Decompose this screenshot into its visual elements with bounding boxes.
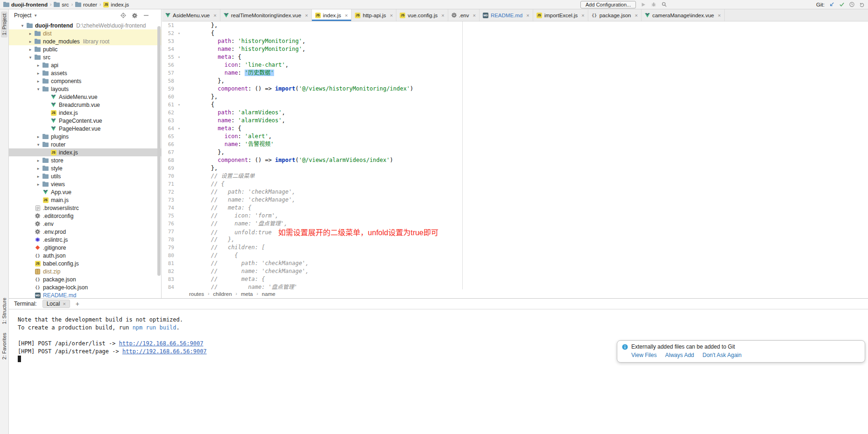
new-terminal-icon[interactable]: + [76,300,79,308]
tree-item-asidemenu.vue[interactable]: AsideMenu.vue [9,93,161,101]
chevron-collapsed-icon[interactable]: ▸ [35,166,42,171]
code-line-79[interactable]: 79 // children: [ [162,244,868,252]
tab-index.js[interactable]: JSindex.js× [312,9,352,21]
close-icon[interactable]: × [345,13,348,18]
code-line-76[interactable]: 76 // name: '盘点管理', [162,220,868,228]
code-line-82[interactable]: 82 // name: 'checkManage', [162,267,868,275]
tree-item-style[interactable]: ▸style [9,164,161,172]
locate-file-icon[interactable] [120,13,126,18]
code-line-54[interactable]: 54 name: 'historyMonitoring', [162,45,868,53]
hide-panel-icon[interactable] [143,13,149,18]
tree-item-dist[interactable]: ▸dist [9,29,161,37]
chevron-expanded-icon[interactable]: ▾ [35,142,42,147]
code-line-70[interactable]: 70 // 设置二级菜单 [162,172,868,180]
tab-asidemenu.vue[interactable]: AsideMenu.vue× [162,9,220,21]
code-line-74[interactable]: 74 // meta: { [162,204,868,212]
chevron-collapsed-icon[interactable]: ▸ [35,158,42,163]
code-line-59[interactable]: 59 component: () => import('@/views/hist… [162,85,868,93]
tree-item-.gitignore[interactable]: .gitignore [9,244,161,252]
code-line-83[interactable]: 83 // meta: { [162,275,868,283]
tree-item-store[interactable]: ▸store [9,156,161,164]
close-icon[interactable]: × [718,13,720,18]
code-line-61[interactable]: 61▾ { [162,101,868,109]
chevron-expanded-icon[interactable]: ▾ [19,23,26,28]
close-icon[interactable]: × [581,13,584,18]
git-update-icon[interactable] [829,2,834,7]
panel-title[interactable]: Project [14,12,31,19]
code-line-80[interactable]: 80 // { [162,252,868,259]
tab-importexcel.js[interactable]: JSimportExcel.js× [533,9,588,21]
close-icon[interactable]: × [526,13,529,18]
tree-item-.editorconfig[interactable]: .editorconfig [9,212,161,220]
code-line-75[interactable]: 75 // icon: 'form', [162,212,868,220]
history-icon[interactable] [849,2,854,7]
tree-item-index.js[interactable]: JSindex.js [9,148,161,156]
chevron-collapsed-icon[interactable]: ▸ [35,71,42,76]
tree-item-components[interactable]: ▸components [9,77,161,85]
close-icon[interactable]: × [441,13,444,18]
fold-icon[interactable]: ▾ [174,101,184,109]
tab-.env[interactable]: .env× [448,9,480,21]
tree-item-duoji-frontend[interactable]: ▾duoji-frontendD:\zheheWeb\duoji-fronten… [9,21,161,29]
tree-item-package.json[interactable]: {}package.json [9,275,161,283]
code-line-53[interactable]: 53 path: 'historyMonitoring', [162,37,868,45]
chevron-down-icon[interactable]: ▼ [34,14,37,18]
chevron-expanded-icon[interactable]: ▾ [35,87,42,91]
close-icon[interactable]: × [63,301,65,307]
close-icon[interactable]: × [213,13,216,18]
breadcrumb-src[interactable]: src [54,2,69,7]
code-line-52[interactable]: 52▾ { [162,29,868,37]
close-icon[interactable]: × [473,13,475,18]
code-line-81[interactable]: 81 // path: 'checkManage', [162,259,868,267]
terminal-tab-local[interactable]: Local × [42,300,70,308]
code-line-84[interactable]: 84 // name: '盘点管理' [162,283,868,289]
add-configuration-button[interactable]: Add Configuration... [580,1,636,8]
fold-icon[interactable]: ▾ [174,29,184,37]
tool-button-structure[interactable]: 1: Structure [1,295,7,327]
git-commit-icon[interactable] [839,2,845,7]
tab-readme.md[interactable]: MDREADME.md× [480,9,533,21]
tree-item-api[interactable]: ▸api [9,61,161,69]
code-line-58[interactable]: 58 }, [162,77,868,85]
code-line-65[interactable]: 65 icon: 'alert', [162,133,868,140]
tree-item-views[interactable]: ▸views [9,180,161,188]
code-line-78[interactable]: 78 // }, [162,236,868,244]
tree-item-plugins[interactable]: ▸plugins [9,133,161,140]
tree-item-.env.prod[interactable]: .env.prod [9,228,161,236]
tree-item-package-lock.json[interactable]: {}package-lock.json [9,283,161,291]
tab-cameramanage-index.vue[interactable]: cameraManage\index.vue× [642,9,725,21]
view-files-link[interactable]: View Files [631,352,656,358]
tree-scrollbar[interactable] [157,26,161,276]
tree-item-.browserslistrc[interactable]: .browserslistrc [9,204,161,212]
tab-package.json[interactable]: {}package.json× [588,9,642,21]
code-line-57[interactable]: 57 name: '历史数据' [162,69,868,77]
tree-item-node_modules[interactable]: ▸node_moduleslibrary root [9,37,161,45]
tree-item-layouts[interactable]: ▾layouts [9,85,161,93]
code-line-71[interactable]: 71 // { [162,180,868,188]
code-line-69[interactable]: 69 }, [162,164,868,172]
code-line-66[interactable]: 66 name: '告警视频' [162,140,868,148]
tree-item-src[interactable]: ▾src [9,53,161,61]
chevron-collapsed-icon[interactable]: ▸ [27,39,34,44]
rollback-icon[interactable] [859,2,865,7]
code-line-67[interactable]: 67 }, [162,148,868,156]
chevron-expanded-icon[interactable]: ▾ [27,55,34,60]
close-icon[interactable]: × [390,13,393,18]
tree-item-index.js[interactable]: JSindex.js [9,109,161,117]
tree-item-main.js[interactable]: JSmain.js [9,196,161,204]
tree-item-auth.json[interactable]: {}auth.json [9,252,161,259]
tree-item-.env[interactable]: .env [9,220,161,228]
code-line-73[interactable]: 73 // name: 'checkManage', [162,196,868,204]
breadcrumb-item-meta[interactable]: meta [241,291,253,297]
chevron-collapsed-icon[interactable]: ▸ [27,31,34,36]
tree-item-utils[interactable]: ▸utils [9,172,161,180]
tree-item-babel.config.js[interactable]: JSbabel.config.js [9,259,161,267]
tool-button-project[interactable]: 1: Project [1,11,7,37]
code-line-64[interactable]: 64▾ meta: { [162,125,868,133]
search-icon[interactable] [662,2,667,7]
settings-gear-icon[interactable] [132,13,137,18]
tab-realtimemonitoring-index.vue[interactable]: realTimeMonitoring\index.vue× [220,9,312,21]
run-icon[interactable] [641,2,646,7]
code-line-51[interactable]: 51 }, [162,21,868,29]
code-line-72[interactable]: 72 // path: 'checkManage', [162,188,868,196]
